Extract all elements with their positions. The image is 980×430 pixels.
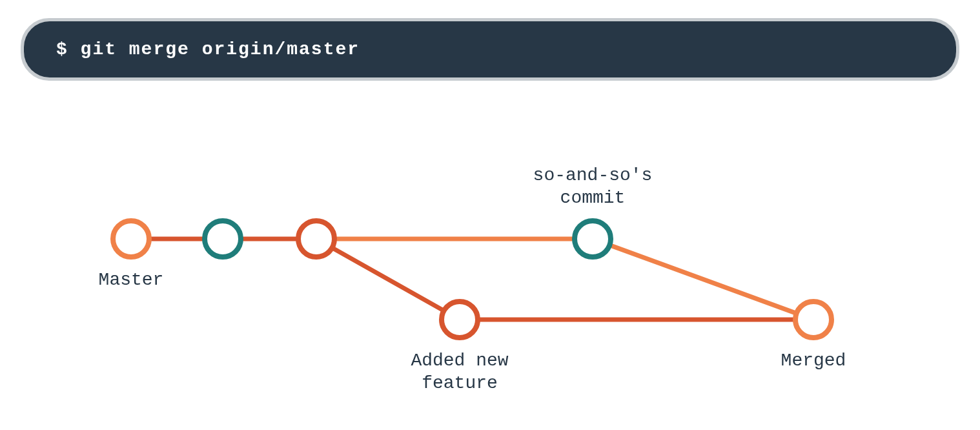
edge [609, 245, 796, 314]
terminal-container: $ git merge origin/master [21, 18, 959, 81]
label-merged: Merged [781, 349, 846, 372]
commit-node [205, 221, 241, 257]
commit-node [795, 302, 832, 338]
label-so-and-so-commit: so-and-so's commit [533, 164, 653, 209]
terminal-command: git merge origin/master [81, 39, 360, 59]
commit-node [113, 221, 149, 257]
terminal-prompt: $ [56, 39, 81, 59]
page: $ git merge origin/master Master Added n… [0, 0, 980, 430]
commit-node [442, 302, 478, 338]
terminal: $ git merge origin/master [24, 21, 956, 77]
edge [332, 248, 444, 311]
commit-node [298, 221, 334, 257]
label-master: Master [98, 269, 164, 291]
commit-node [575, 221, 611, 257]
label-added-new-feature: Added new feature [411, 349, 509, 394]
git-merge-diagram: Master Added new feature so-and-so's com… [0, 123, 980, 426]
